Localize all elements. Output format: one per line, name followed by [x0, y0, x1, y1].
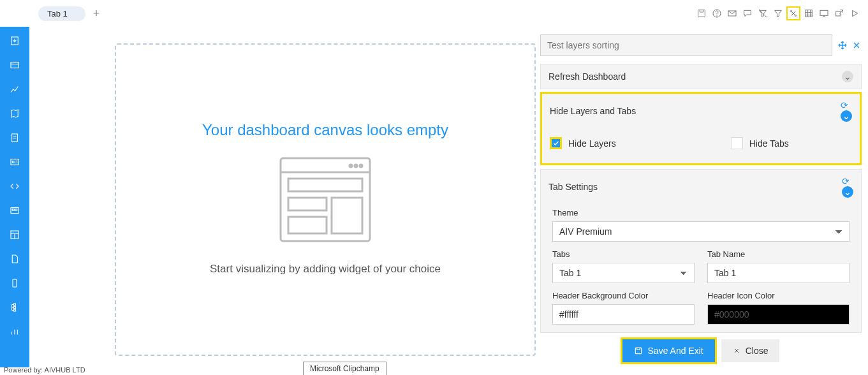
header-icon-input[interactable]	[707, 304, 850, 325]
tabname-label: Tab Name	[707, 249, 850, 259]
header-bg-input[interactable]	[552, 304, 695, 325]
theme-label: Theme	[552, 208, 850, 217]
filter-off-icon[interactable]	[757, 8, 769, 19]
svg-rect-6	[805, 10, 813, 17]
svg-rect-7	[820, 10, 828, 15]
sidebar-bars-icon[interactable]	[8, 325, 21, 338]
comment-icon[interactable]	[742, 8, 753, 19]
play-icon[interactable]	[849, 8, 860, 19]
topbar: Tab 1 +	[0, 0, 868, 27]
save-and-exit-button[interactable]: Save And Exit	[622, 339, 715, 362]
svg-rect-18	[13, 279, 17, 287]
sidebar-map-icon[interactable]	[8, 107, 21, 120]
svg-rect-11	[12, 134, 18, 142]
sidebar-gallery-icon[interactable]	[8, 204, 21, 217]
sidebar-card-icon[interactable]	[8, 59, 21, 71]
sidebar-code-icon[interactable]	[8, 180, 21, 193]
filter-icon[interactable]	[772, 8, 784, 19]
svg-rect-26	[288, 179, 362, 191]
tab-settings-section: Tab Settings ⟳ ⌄ Theme AIV Premium Tabs …	[540, 169, 862, 333]
svg-rect-16	[15, 209, 17, 210]
hide-tabs-label: Hide Tabs	[749, 138, 789, 149]
chevron-down-icon[interactable]: ⌄	[842, 186, 853, 198]
svg-rect-20	[14, 307, 16, 309]
mail-icon[interactable]	[726, 8, 738, 19]
sidebar-tree-icon[interactable]	[8, 301, 21, 314]
add-tab-button[interactable]: +	[93, 7, 100, 20]
sidebar-file-icon[interactable]	[8, 253, 21, 265]
refresh-icon[interactable]: ⟳	[842, 176, 850, 186]
empty-illustration	[274, 152, 376, 250]
svg-rect-22	[281, 158, 370, 241]
theme-select[interactable]: AIV Premium	[552, 221, 850, 242]
save-icon[interactable]	[696, 8, 707, 19]
sidebar-phone-icon[interactable]	[8, 277, 21, 290]
grid-icon[interactable]	[803, 8, 814, 19]
svg-rect-19	[14, 304, 16, 305]
save-button-label: Save And Exit	[648, 346, 703, 356]
refresh-dashboard-section[interactable]: Refresh Dashboard ⌄	[540, 64, 862, 89]
sidebar-contact-icon[interactable]	[8, 156, 21, 168]
refresh-icon[interactable]: ⟳	[841, 100, 848, 110]
refresh-label: Refresh Dashboard	[548, 71, 626, 82]
svg-rect-30	[635, 348, 641, 353]
svg-rect-28	[332, 198, 362, 233]
hide-section-label: Hide Layers and Tabs	[550, 106, 636, 116]
export-icon[interactable]	[834, 8, 845, 19]
tabname-input[interactable]	[707, 263, 850, 283]
sidebar-import-icon[interactable]	[8, 34, 21, 47]
close-panel-icon[interactable]	[851, 40, 862, 50]
layer-sort-input[interactable]	[540, 34, 832, 56]
tools-icon[interactable]	[788, 8, 799, 19]
sidebar-chart-icon[interactable]	[8, 83, 21, 96]
svg-rect-10	[11, 62, 18, 68]
canvas-title: Your dashboard canvas looks empty	[202, 121, 448, 139]
svg-point-24	[355, 165, 357, 167]
tab-chip[interactable]: Tab 1	[38, 6, 85, 21]
svg-point-25	[360, 165, 362, 167]
sidebar	[0, 27, 29, 367]
hide-layers-checkbox[interactable]: Hide Layers	[550, 137, 616, 149]
svg-rect-15	[12, 209, 14, 210]
close-button-label: Close	[746, 346, 769, 356]
tabs-select[interactable]: Tab 1	[552, 263, 695, 283]
svg-rect-8	[836, 11, 841, 16]
chevron-down-icon[interactable]: ⌄	[842, 71, 853, 82]
svg-point-23	[349, 165, 352, 167]
svg-rect-21	[14, 309, 16, 311]
hide-layers-label: Hide Layers	[568, 138, 616, 149]
hide-tabs-checkbox[interactable]: Hide Tabs	[731, 137, 789, 149]
canvas-subtitle: Start visualizing by adding widget of yo…	[210, 263, 441, 276]
clipchamp-badge: Microsoft Clipchamp	[303, 362, 386, 375]
footer-powered: Powered by: AIVHUB LTD	[4, 366, 85, 374]
move-icon[interactable]	[837, 40, 848, 50]
hide-layers-section: Hide Layers and Tabs ⟳ ⌄ Hide Layers Hid…	[540, 92, 862, 165]
dashboard-canvas[interactable]: Your dashboard canvas looks empty Start …	[115, 43, 536, 356]
sidebar-layout-icon[interactable]	[8, 228, 21, 241]
svg-rect-27	[288, 198, 327, 210]
svg-rect-0	[698, 10, 705, 17]
svg-point-2	[717, 16, 717, 17]
tabs-label: Tabs	[552, 249, 695, 259]
header-bg-label: Header Background Color	[552, 291, 695, 300]
sidebar-document-icon[interactable]	[8, 131, 21, 144]
help-icon[interactable]	[711, 8, 723, 19]
chevron-down-icon[interactable]: ⌄	[841, 110, 852, 122]
svg-rect-29	[288, 217, 327, 233]
close-button[interactable]: Close	[721, 339, 780, 362]
topbar-actions	[696, 8, 860, 19]
monitor-icon[interactable]	[818, 8, 830, 19]
svg-point-13	[12, 161, 14, 163]
header-icon-label: Header Icon Color	[707, 291, 850, 300]
settings-panel: Refresh Dashboard ⌄ Hide Layers and Tabs…	[540, 34, 862, 369]
tab-settings-label: Tab Settings	[548, 182, 598, 192]
